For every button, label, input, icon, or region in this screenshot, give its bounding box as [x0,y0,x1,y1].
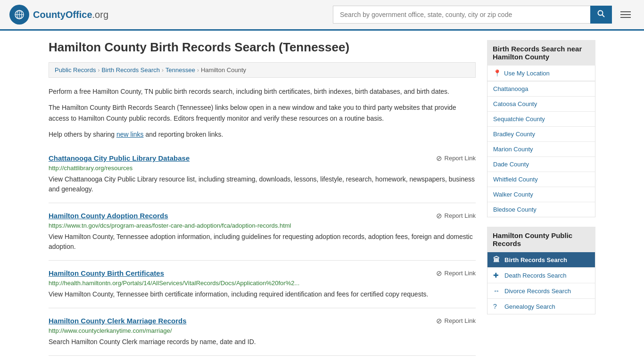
birth-records-label: Birth Records Search [504,256,567,263]
sidebar-public-records-section: Hamilton County Public Records 🏛 Birth R… [487,227,595,314]
sidebar-public-records-list: 🏛 Birth Records Search ✚ Death Records S… [487,252,595,314]
sidebar-genealogy[interactable]: ? Genealogy Search [487,299,595,314]
use-my-location-item[interactable]: 📍 Use My Location [487,66,595,82]
record-url-3[interactable]: http://www.countyclerkanytime.com/marria… [49,327,476,334]
nearby-dade[interactable]: Dade County [487,157,595,172]
record-desc-2: View Hamilton County, Tennessee birth ce… [49,289,476,299]
record-item-3: Hamilton County Clerk Marriage Records ⊘… [49,308,476,356]
record-desc-3: Search Hamilton County Clerk marriage re… [49,337,476,347]
genealogy-label: Genealogy Search [504,303,555,310]
record-url-2[interactable]: http://health.hamiltontn.org/Portals/14/… [49,280,476,287]
record-title-3[interactable]: Hamilton County Clerk Marriage Records [49,317,187,325]
breadcrumb: Public Records › Birth Records Search › … [49,62,476,78]
death-records-label: Death Records Search [504,272,567,279]
record-item-1: Hamilton County Adoption Records ⊘ Repor… [49,203,476,261]
records-list: Chattanooga City Public Library Database… [49,146,476,356]
new-links-link[interactable]: new links [116,131,144,138]
sidebar-birth-records[interactable]: 🏛 Birth Records Search [487,252,595,268]
report-icon-2: ⊘ [436,269,442,278]
report-label-3: Report Link [445,317,476,324]
report-link-1[interactable]: ⊘ Report Link [436,212,476,220]
menu-button[interactable] [617,9,635,20]
divorce-records-icon: ↔ [493,287,501,295]
record-item-2: Hamilton County Birth Certificates ⊘ Rep… [49,261,476,308]
report-icon-0: ⊘ [436,154,442,163]
report-link-0[interactable]: ⊘ Report Link [436,154,476,163]
record-header-0: Chattanooga City Public Library Database… [49,154,476,163]
report-icon-1: ⊘ [436,212,442,220]
death-records-icon: ✚ [493,272,501,279]
logo-text: CountyOffice.org [33,9,108,20]
search-area [333,6,635,24]
nearby-bledsoe[interactable]: Bledsoe County [487,202,595,217]
record-url-0[interactable]: http://chattlibrary.org/resources [49,165,476,172]
page-title: Hamilton County Birth Records Search (Te… [49,40,476,55]
report-label-1: Report Link [445,212,476,219]
intro-paragraph-1: Perform a free Hamilton County, TN publi… [49,86,476,97]
record-desc-0: View Chattanooga City Public Library res… [49,174,476,194]
report-link-3[interactable]: ⊘ Report Link [436,317,476,325]
record-title-0[interactable]: Chattanooga City Public Library Database [49,154,190,162]
record-title-2[interactable]: Hamilton County Birth Certificates [49,269,164,277]
breadcrumb-sep-1: › [98,67,99,74]
sidebar: Birth Records Search near Hamilton Count… [487,40,595,356]
report-label-2: Report Link [445,270,476,277]
birth-records-icon: 🏛 [493,256,501,263]
breadcrumb-sep-2: › [162,67,164,74]
nearby-walker[interactable]: Walker County [487,187,595,202]
main-content: Hamilton County Birth Records Search (Te… [49,40,476,356]
report-link-2[interactable]: ⊘ Report Link [436,269,476,278]
breadcrumb-sep-3: › [197,67,199,74]
record-url-1[interactable]: https://www.tn.gov/dcs/program-areas/fos… [49,222,476,229]
svg-point-5 [598,11,603,16]
logo-link[interactable]: CountyOffice.org [9,5,108,25]
divorce-records-label: Divorce Records Search [504,288,571,295]
sidebar-nearby-heading: Birth Records Search near Hamilton Count… [487,40,595,66]
intro-paragraph-2: The Hamilton County Birth Records Search… [49,102,476,123]
record-desc-1: View Hamilton County, Tennessee adoption… [49,232,476,252]
nearby-chattanooga[interactable]: Chattanooga [487,82,595,97]
nearby-whitfield[interactable]: Whitfield County [487,172,595,187]
sidebar-divorce-records[interactable]: ↔ Divorce Records Search [487,283,595,299]
header: CountyOffice.org [0,0,644,31]
nearby-marion[interactable]: Marion County [487,142,595,157]
record-header-2: Hamilton County Birth Certificates ⊘ Rep… [49,269,476,278]
breadcrumb-hamilton: Hamilton County [201,66,246,74]
sidebar-public-records-heading: Hamilton County Public Records [487,227,595,252]
sidebar-death-records[interactable]: ✚ Death Records Search [487,268,595,283]
sidebar-nearby-list: 📍 Use My Location Chattanooga Catoosa Co… [487,66,595,217]
report-icon-3: ⊘ [436,317,442,325]
record-header-1: Hamilton County Adoption Records ⊘ Repor… [49,212,476,220]
search-button[interactable] [590,6,612,24]
record-item-0: Chattanooga City Public Library Database… [49,146,476,203]
genealogy-icon: ? [493,303,501,310]
main-container: Hamilton County Birth Records Search (Te… [39,31,605,362]
nearby-bradley[interactable]: Bradley County [487,127,595,142]
intro-paragraph-3: Help others by sharing new links and rep… [49,129,476,140]
report-label-0: Report Link [445,155,476,162]
use-my-location-link[interactable]: 📍 Use My Location [487,66,595,81]
breadcrumb-tennessee[interactable]: Tennessee [165,66,195,74]
nearby-catoosa[interactable]: Catoosa County [487,97,595,112]
logo-icon [9,5,29,25]
location-pin-icon: 📍 [493,69,501,77]
breadcrumb-birth-records[interactable]: Birth Records Search [101,66,160,74]
record-header-3: Hamilton County Clerk Marriage Records ⊘… [49,317,476,325]
nearby-sequatchie[interactable]: Sequatchie County [487,112,595,127]
breadcrumb-public-records[interactable]: Public Records [55,66,96,74]
sidebar-nearby-section: Birth Records Search near Hamilton Count… [487,40,595,217]
use-location-label: Use My Location [504,70,550,77]
svg-line-6 [603,15,605,17]
record-title-1[interactable]: Hamilton County Adoption Records [49,212,168,220]
search-input[interactable] [333,6,590,24]
